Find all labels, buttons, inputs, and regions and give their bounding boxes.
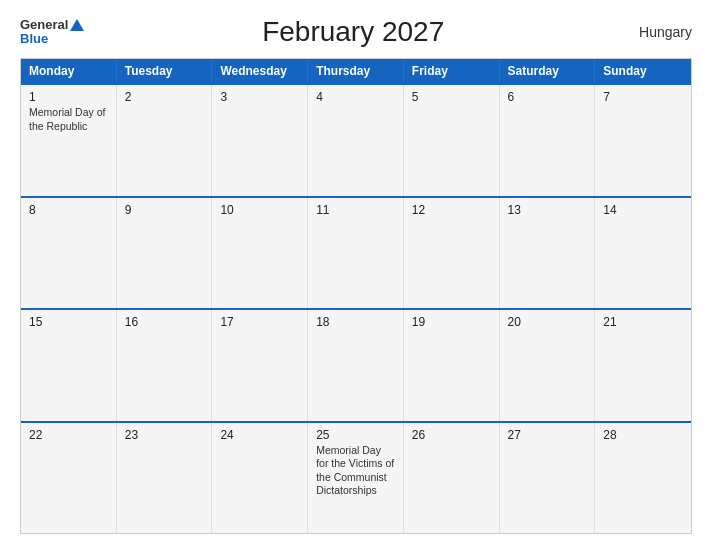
day-number: 26 — [412, 428, 491, 442]
page: General Blue February 2027 Hungary Monda… — [0, 0, 712, 550]
day-number: 2 — [125, 90, 204, 104]
cell-feb-28: 28 — [595, 423, 691, 534]
cell-feb-3: 3 — [212, 85, 308, 196]
cell-feb-19: 19 — [404, 310, 500, 421]
cell-feb-9: 9 — [117, 198, 213, 309]
day-number: 15 — [29, 315, 108, 329]
logo-general-text: General — [20, 17, 68, 32]
day-number: 3 — [220, 90, 299, 104]
day-number: 20 — [508, 315, 587, 329]
header-thursday: Thursday — [308, 59, 404, 83]
day-number: 4 — [316, 90, 395, 104]
cell-feb-6: 6 — [500, 85, 596, 196]
cell-feb-24: 24 — [212, 423, 308, 534]
day-number: 17 — [220, 315, 299, 329]
day-number: 14 — [603, 203, 683, 217]
cell-feb-7: 7 — [595, 85, 691, 196]
day-number: 19 — [412, 315, 491, 329]
calendar-header-row: Monday Tuesday Wednesday Thursday Friday… — [21, 59, 691, 83]
header: General Blue February 2027 Hungary — [20, 16, 692, 48]
cell-feb-25: 25 Memorial Day for the Victims of the C… — [308, 423, 404, 534]
cell-feb-15: 15 — [21, 310, 117, 421]
cell-feb-18: 18 — [308, 310, 404, 421]
calendar-title: February 2027 — [84, 16, 622, 48]
week-4: 22 23 24 25 Memorial Day for the Victims… — [21, 421, 691, 534]
cell-feb-21: 21 — [595, 310, 691, 421]
cell-feb-12: 12 — [404, 198, 500, 309]
cell-feb-20: 20 — [500, 310, 596, 421]
header-friday: Friday — [404, 59, 500, 83]
country-label: Hungary — [622, 24, 692, 40]
week-3: 15 16 17 18 19 20 21 — [21, 308, 691, 421]
header-sunday: Sunday — [595, 59, 691, 83]
cell-feb-16: 16 — [117, 310, 213, 421]
cell-feb-22: 22 — [21, 423, 117, 534]
day-number: 28 — [603, 428, 683, 442]
cell-feb-14: 14 — [595, 198, 691, 309]
week-1: 1 Memorial Day of the Republic 2 3 4 5 6 — [21, 83, 691, 196]
cell-feb-27: 27 — [500, 423, 596, 534]
cell-feb-11: 11 — [308, 198, 404, 309]
day-number: 22 — [29, 428, 108, 442]
day-number: 9 — [125, 203, 204, 217]
logo-triangle-icon — [70, 19, 84, 31]
day-number: 13 — [508, 203, 587, 217]
day-number: 1 — [29, 90, 108, 104]
day-number: 25 — [316, 428, 395, 442]
header-monday: Monday — [21, 59, 117, 83]
logo-blue-text: Blue — [20, 32, 84, 46]
day-number: 21 — [603, 315, 683, 329]
day-number: 6 — [508, 90, 587, 104]
cell-feb-4: 4 — [308, 85, 404, 196]
cell-feb-23: 23 — [117, 423, 213, 534]
header-tuesday: Tuesday — [117, 59, 213, 83]
day-number: 7 — [603, 90, 683, 104]
cell-feb-1: 1 Memorial Day of the Republic — [21, 85, 117, 196]
week-2: 8 9 10 11 12 13 14 — [21, 196, 691, 309]
cell-feb-2: 2 — [117, 85, 213, 196]
cell-feb-26: 26 — [404, 423, 500, 534]
cell-feb-8: 8 — [21, 198, 117, 309]
day-number: 23 — [125, 428, 204, 442]
day-number: 12 — [412, 203, 491, 217]
day-number: 18 — [316, 315, 395, 329]
day-number: 24 — [220, 428, 299, 442]
calendar: Monday Tuesday Wednesday Thursday Friday… — [20, 58, 692, 534]
header-wednesday: Wednesday — [212, 59, 308, 83]
cell-feb-5: 5 — [404, 85, 500, 196]
day-number: 16 — [125, 315, 204, 329]
day-number: 27 — [508, 428, 587, 442]
day-number: 10 — [220, 203, 299, 217]
cell-feb-13: 13 — [500, 198, 596, 309]
calendar-body: 1 Memorial Day of the Republic 2 3 4 5 6 — [21, 83, 691, 533]
day-number: 11 — [316, 203, 395, 217]
day-number: 8 — [29, 203, 108, 217]
day-number: 5 — [412, 90, 491, 104]
event-text: Memorial Day for the Victims of the Comm… — [316, 444, 395, 499]
cell-feb-17: 17 — [212, 310, 308, 421]
cell-feb-10: 10 — [212, 198, 308, 309]
event-text: Memorial Day of the Republic — [29, 106, 108, 133]
header-saturday: Saturday — [500, 59, 596, 83]
logo: General Blue — [20, 18, 84, 47]
